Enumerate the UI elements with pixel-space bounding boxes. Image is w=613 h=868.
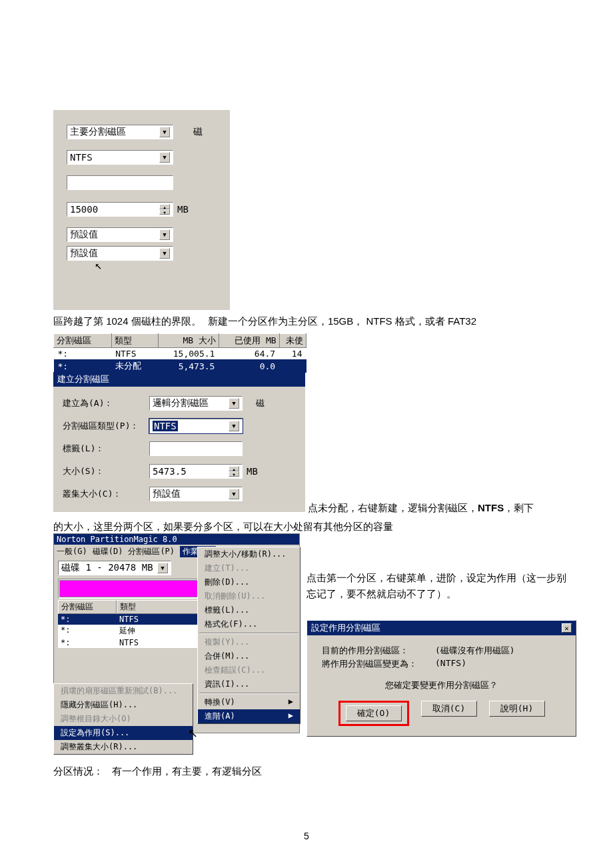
cluster1-combo[interactable]: 預設值 ▼	[67, 227, 173, 242]
fs-type-value: NTFS	[70, 152, 93, 163]
side-label: 磁	[193, 126, 203, 138]
partition-table: 分割磁區 類型 MB 大小 已使用 MB 未使 *: NTFS 15,005.1…	[53, 333, 306, 373]
confirm-text: 您確定要變更作用分割磁區？	[322, 679, 561, 691]
menu-info[interactable]: 資訊(I)...	[198, 677, 300, 691]
create-partition-panel: 建立分割磁區 建立為(A)： 邏輯分割磁區 ▼ 磁 分割磁區類型(P)： NTF…	[53, 372, 305, 512]
cancel-button[interactable]: 取消(C)	[421, 701, 477, 717]
fs-type-label: 分割磁區類型(P)：	[63, 420, 149, 432]
ok-button[interactable]: 確定(O)	[346, 705, 402, 721]
spin-up-icon[interactable]: ▲	[229, 466, 239, 471]
advanced-submenu: 損壞的扇形磁區重新測試(B)... 隱藏分割磁區(H)... 調整根目錄大小(O…	[53, 683, 193, 755]
cluster-combo[interactable]: 預設值 ▼	[149, 487, 243, 501]
tag-input[interactable]	[149, 441, 243, 456]
table-row[interactable]: *: NTFS 15,005.1 64.7 14	[54, 348, 306, 360]
create-as-label: 建立為(A)：	[63, 397, 149, 409]
menu-partition[interactable]: 分割磁區(P)	[128, 546, 175, 557]
partition-mode-value: 主要分割磁區	[70, 126, 126, 138]
menu-convert[interactable]: 轉換(V)▶	[198, 695, 300, 709]
ok-button-highlight: 確定(O)	[338, 701, 409, 726]
page-number: 5	[304, 831, 309, 841]
tag-label: 標籤(L)：	[63, 443, 149, 455]
fs-type-combo[interactable]: NTFS ▼	[67, 150, 173, 165]
menu-label[interactable]: 標籤(L)...	[198, 603, 300, 617]
caption-4: 分区情况： 有一个作用，有主要，有逻辑分区	[53, 763, 262, 779]
create-partition-top-panel: 主要分割磁區 ▼ 磁 NTFS ▼ 15000 ▲ ▼ MB	[53, 110, 230, 310]
size-value: 15000	[70, 204, 98, 215]
chevron-down-icon[interactable]: ▼	[159, 127, 170, 137]
menu-general[interactable]: 一般(G)	[57, 546, 87, 557]
panel-title: 建立分割磁區	[53, 372, 305, 387]
window-title: Norton PartitionMagic 8.0	[54, 534, 299, 545]
set-active-dialog: 設定作用分割磁區 ✕ 目前的作用分割磁區： (磁碟沒有作用磁區) 將作用分割磁區…	[306, 620, 576, 737]
ctx-resize-root: 調整根目錄大小(O)	[54, 712, 193, 726]
partition-mode-combo[interactable]: 主要分割磁區 ▼	[67, 125, 173, 139]
menu-create: 建立(T)...	[198, 561, 300, 575]
chevron-down-icon[interactable]: ▼	[229, 421, 239, 431]
close-button[interactable]: ✕	[562, 623, 572, 633]
table-row-selected[interactable]: *: 未分配 5,473.5 0.0	[54, 359, 306, 373]
caption-2b: 的大小，这里分两个区，如果要分多个区，可以在大小处留有其他分区的容量	[53, 519, 573, 535]
caption-1: 區跨越了第 1024 個磁柱的界限。 新建一个分区作为主分区，15GB， NTF…	[53, 313, 573, 329]
caption-3: 点击第一个分区，右键菜单，进阶，设定为作用（这一步别忘记了，要不然就启动不了了）…	[306, 570, 573, 602]
menu-check: 檢查錯誤(C)...	[198, 663, 300, 677]
size-label: 大小(S)：	[63, 465, 149, 477]
chevron-down-icon[interactable]: ▼	[229, 489, 239, 499]
menu-resize[interactable]: 調整大小/移動(R)...	[198, 547, 300, 561]
spin-up-icon[interactable]: ▲	[159, 204, 170, 209]
menu-delete[interactable]: 刪除(D)...	[198, 575, 300, 589]
menu-format[interactable]: 格式化(F)...	[198, 617, 300, 631]
table-header-row: 分割磁區 類型 MB 大小 已使用 MB 未使	[54, 334, 306, 348]
caption-2a: 点未分配，右键新建，逻辑分割磁区，NTFS，剩下	[308, 500, 574, 516]
current-active-label: 目前的作用分割磁區：	[322, 645, 435, 657]
help-button[interactable]: 說明(H)	[489, 701, 545, 717]
fs-type-combo2[interactable]: NTFS ▼	[149, 419, 243, 433]
ctx-hide[interactable]: 隱藏分割磁區(H)...	[54, 698, 193, 712]
size-spinner2[interactable]: 5473.5 ▲ ▼	[149, 464, 243, 479]
disk-select-combo[interactable]: 磁碟 1 - 20478 MB ▼	[58, 561, 171, 575]
menu-advanced[interactable]: 進階(A)▶	[198, 709, 300, 723]
menu-disk[interactable]: 磁碟(D)	[93, 546, 123, 557]
ctx-retest: 損壞的扇形磁區重新測試(B)...	[54, 684, 193, 698]
chevron-down-icon[interactable]: ▼	[159, 152, 170, 163]
menu-undelete: 取消刪除(U)...	[198, 589, 300, 603]
spin-down-icon[interactable]: ▼	[229, 471, 239, 477]
chevron-down-icon[interactable]: ▼	[159, 229, 170, 240]
cluster-label: 叢集大小(C)：	[63, 488, 149, 500]
size-unit: MB	[177, 204, 189, 215]
menu-copy: 複製(Y)...	[198, 635, 300, 649]
operations-dropdown: 調整大小/移動(R)... 建立(T)... 刪除(D)... 取消刪除(U).…	[197, 547, 301, 724]
create-as-combo[interactable]: 邏輯分割磁區 ▼	[149, 396, 243, 411]
chevron-down-icon[interactable]: ▼	[157, 563, 168, 573]
dialog-title: 設定作用分割磁區	[311, 622, 380, 634]
change-to-value: (NTFS)	[435, 658, 466, 670]
ctx-resize-cluster[interactable]: 調整叢集大小(R)...	[54, 740, 193, 754]
change-to-label: 將作用分割磁區變更為：	[322, 658, 435, 670]
spin-down-icon[interactable]: ▼	[159, 209, 170, 215]
ctx-set-active[interactable]: 設定為作用(S)...	[54, 726, 193, 740]
chevron-down-icon[interactable]: ▼	[229, 398, 239, 409]
cluster2-combo[interactable]: 預設值 ▼	[67, 246, 173, 261]
size-spinner[interactable]: 15000 ▲ ▼	[67, 202, 173, 217]
label-input[interactable]	[67, 175, 173, 190]
current-active-value: (磁碟沒有作用磁區)	[435, 645, 515, 657]
chevron-down-icon[interactable]: ▼	[159, 248, 170, 259]
menu-merge[interactable]: 合併(M)...	[198, 649, 300, 663]
